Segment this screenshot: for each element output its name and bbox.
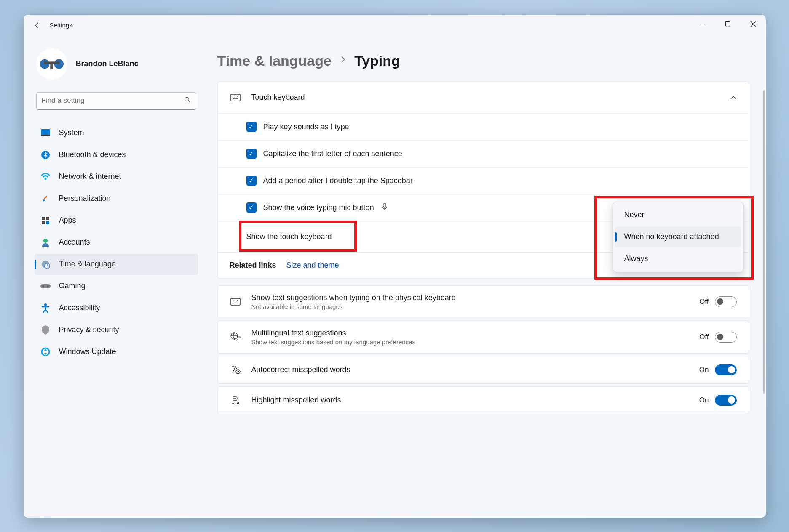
- setting-title: Autocorrect misspelled words: [251, 365, 689, 374]
- sidebar-item-label: Privacy & security: [59, 325, 119, 334]
- svg-rect-32: [383, 203, 386, 207]
- svg-rect-16: [46, 217, 49, 220]
- checkbox-checked[interactable]: ✓: [246, 122, 257, 132]
- autocorrect-row[interactable]: Autocorrect misspelled words On: [217, 356, 749, 384]
- breadcrumb-current: Typing: [354, 53, 400, 69]
- sidebar-item-personalization[interactable]: Personalization: [35, 188, 198, 209]
- touch-keyboard-header[interactable]: Touch keyboard: [218, 82, 749, 113]
- multilingual-suggestions-row[interactable]: A字 Multilingual text suggestions Show te…: [217, 321, 749, 354]
- sidebar-item-time-language[interactable]: Time & language: [35, 254, 198, 275]
- avatar: [36, 48, 67, 80]
- user-name: Brandon LeBlanc: [76, 59, 139, 68]
- svg-rect-17: [42, 221, 45, 224]
- checkbox-checked[interactable]: ✓: [246, 149, 257, 159]
- touch-keyboard-title: Touch keyboard: [251, 93, 305, 102]
- sidebar-item-apps[interactable]: Apps: [35, 210, 198, 231]
- toggle-control: Off: [699, 296, 736, 307]
- sidebar-item-network[interactable]: Network & internet: [35, 166, 198, 187]
- toggle-control: On: [699, 395, 737, 406]
- checkbox-checked[interactable]: ✓: [246, 202, 257, 213]
- wifi-icon: [40, 172, 51, 182]
- system-icon: [40, 128, 51, 138]
- apps-icon: [40, 215, 51, 226]
- svg-rect-1: [725, 21, 730, 26]
- window-controls: [690, 15, 766, 33]
- sidebar-item-gaming[interactable]: Gaming: [35, 276, 198, 297]
- dropdown-option-never[interactable]: Never: [615, 205, 741, 226]
- svg-point-23: [42, 285, 44, 287]
- sidebar-item-label: Time & language: [59, 260, 116, 269]
- chevron-up-icon: [730, 94, 737, 101]
- chevron-right-icon: [340, 55, 346, 66]
- setting-label: Add a period after I double-tap the Spac…: [263, 176, 413, 185]
- svg-point-25: [44, 303, 47, 306]
- sidebar-item-label: Gaming: [59, 282, 86, 290]
- sidebar-item-windows-update[interactable]: Windows Update: [35, 341, 198, 362]
- capitalize-first-letter-row[interactable]: ✓ Capitalize the first letter of each se…: [218, 140, 749, 167]
- show-touch-keyboard-dropdown[interactable]: Never When no keyboard attached Always: [613, 202, 744, 272]
- toggle-control: Off: [699, 332, 736, 343]
- dropdown-option-always[interactable]: Always: [615, 248, 741, 269]
- setting-label: Capitalize the first letter of each sent…: [263, 149, 402, 158]
- svg-line-9: [188, 101, 190, 102]
- svg-rect-7: [50, 64, 53, 69]
- sidebar-item-label: System: [59, 128, 84, 137]
- svg-text:字: 字: [238, 336, 241, 339]
- svg-rect-18: [46, 221, 49, 224]
- sidebar-item-bluetooth[interactable]: Bluetooth & devices: [35, 144, 198, 165]
- toggle-state: Off: [699, 333, 709, 341]
- sidebar-item-accounts[interactable]: Accounts: [35, 232, 198, 253]
- sidebar-item-system[interactable]: System: [35, 122, 198, 144]
- keyboard-icon: [230, 296, 241, 308]
- svg-rect-15: [42, 217, 45, 220]
- maximize-button[interactable]: [715, 15, 741, 33]
- svg-rect-14: [43, 195, 48, 200]
- sidebar-item-label: Personalization: [59, 194, 111, 203]
- svg-point-41: [236, 370, 240, 374]
- mic-icon: [382, 203, 388, 212]
- toggle-switch[interactable]: [715, 296, 737, 307]
- highlight-misspelled-row[interactable]: A Highlight misspelled words On: [217, 386, 749, 414]
- setting-title: Multilingual text suggestions: [251, 329, 690, 338]
- person-icon: [40, 237, 51, 247]
- svg-rect-10: [41, 129, 50, 136]
- scrollbar[interactable]: [763, 90, 765, 394]
- keyboard-icon: [230, 92, 241, 104]
- play-key-sounds-row[interactable]: ✓ Play key sounds as I type: [218, 113, 749, 140]
- user-profile[interactable]: Brandon LeBlanc: [32, 40, 201, 92]
- close-button[interactable]: [741, 15, 766, 33]
- add-period-row[interactable]: ✓ Add a period after I double-tap the Sp…: [218, 167, 749, 194]
- minimize-button[interactable]: [690, 15, 715, 33]
- shield-icon: [40, 325, 51, 335]
- svg-point-24: [47, 285, 49, 287]
- sidebar-item-label: Windows Update: [59, 347, 116, 356]
- back-button[interactable]: [29, 17, 45, 34]
- main: Time & language Typing Touch keyboard: [205, 36, 766, 518]
- brush-icon: [40, 194, 51, 204]
- clock-globe-icon: [40, 259, 51, 269]
- gamepad-icon: [40, 281, 51, 291]
- setting-label: Show the touch keyboard: [246, 232, 332, 241]
- sidebar-item-label: Bluetooth & devices: [59, 150, 126, 159]
- size-and-theme-link[interactable]: Size and theme: [286, 261, 339, 270]
- toggle-switch[interactable]: [715, 395, 737, 406]
- highlight-icon: A: [230, 394, 241, 406]
- toggle-switch[interactable]: [715, 332, 737, 343]
- sidebar-item-accessibility[interactable]: Accessibility: [35, 298, 198, 319]
- sidebar-item-label: Accounts: [59, 238, 90, 247]
- toggle-state: On: [699, 366, 709, 374]
- breadcrumb-parent[interactable]: Time & language: [217, 53, 332, 69]
- text-suggestions-physical-row[interactable]: Show text suggestions when typing on the…: [217, 285, 749, 318]
- dropdown-option-when-no-keyboard[interactable]: When no keyboard attached: [615, 226, 741, 247]
- search-box[interactable]: [36, 92, 196, 110]
- toggle-switch[interactable]: [715, 364, 737, 375]
- accessibility-icon: [40, 303, 51, 313]
- checkbox-checked[interactable]: ✓: [246, 176, 257, 186]
- svg-rect-6: [44, 61, 59, 64]
- sidebar-item-privacy[interactable]: Privacy & security: [35, 319, 198, 340]
- related-links-label: Related links: [230, 261, 276, 270]
- setting-subtitle: Not available in some languages: [251, 303, 690, 310]
- sidebar-item-label: Accessibility: [59, 303, 100, 312]
- content: Brandon LeBlanc System Bluetooth & devic…: [24, 36, 766, 518]
- search-input[interactable]: [42, 96, 181, 105]
